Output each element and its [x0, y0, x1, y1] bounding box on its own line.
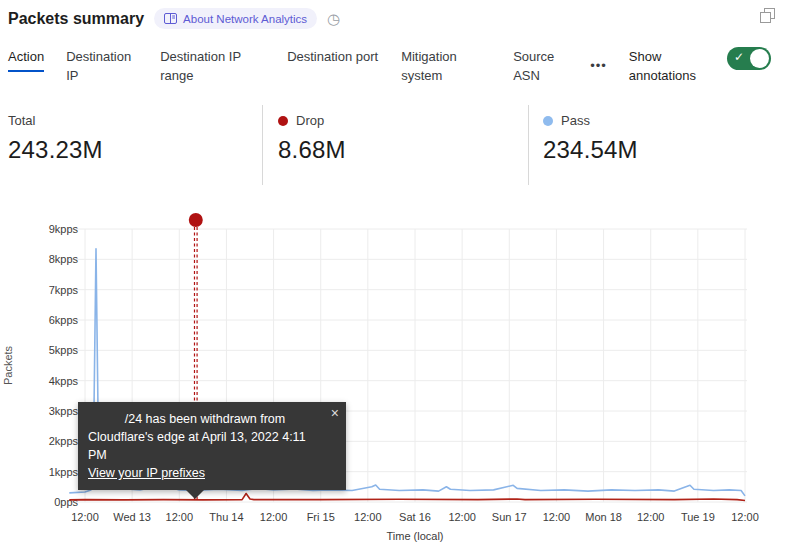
stat-pass: Pass 234.54M	[543, 113, 638, 164]
stat-pass-value: 234.54M	[543, 136, 638, 164]
svg-text:Wed 13: Wed 13	[113, 511, 151, 523]
tooltip-pointer	[186, 490, 204, 499]
tab-bar: Action Destination IP Destination IP ran…	[8, 47, 713, 85]
tab-action[interactable]: Action	[8, 47, 44, 72]
tooltip-line1: /24 has been withdrawn from	[88, 410, 322, 428]
tab-destination-ip-range[interactable]: Destination IP range	[160, 47, 265, 85]
svg-text:3kpps: 3kpps	[49, 405, 79, 417]
badge-label: About Network Analytics	[183, 13, 307, 25]
packets-summary-card: Packets summary About Network Analytics …	[0, 0, 785, 555]
svg-text:12:00: 12:00	[543, 511, 571, 523]
svg-text:0pps: 0pps	[54, 496, 78, 508]
tab-mitigation-system[interactable]: Mitigation system	[401, 47, 491, 85]
svg-text:Time (local): Time (local)	[386, 530, 443, 542]
svg-text:4kpps: 4kpps	[49, 375, 79, 387]
svg-text:6kpps: 6kpps	[49, 314, 79, 326]
show-annotations-toggle[interactable]: ✓	[727, 47, 771, 70]
tab-destination-port[interactable]: Destination port	[287, 47, 379, 66]
svg-text:Thu 14: Thu 14	[209, 511, 243, 523]
drop-legend-dot	[278, 116, 288, 126]
pass-legend-dot	[543, 116, 553, 126]
svg-text:12:00: 12:00	[260, 511, 288, 523]
tab-destination-ip[interactable]: Destination IP	[66, 47, 138, 85]
stat-drop-value: 8.68M	[278, 136, 346, 164]
page-title: Packets summary	[8, 10, 144, 28]
annotation-marker-dot[interactable]	[189, 213, 203, 227]
svg-text:1kpps: 1kpps	[49, 466, 79, 478]
book-icon	[164, 13, 177, 24]
svg-text:2kpps: 2kpps	[49, 435, 79, 447]
svg-text:12:00: 12:00	[448, 511, 476, 523]
view-ip-prefixes-link[interactable]: View your IP prefixes	[88, 466, 205, 480]
stat-pass-label: Pass	[561, 113, 590, 128]
svg-text:7kpps: 7kpps	[49, 284, 79, 296]
svg-text:Sun 17: Sun 17	[492, 511, 527, 523]
svg-text:5kpps: 5kpps	[49, 344, 79, 356]
svg-text:Sat 16: Sat 16	[399, 511, 431, 523]
header: Packets summary About Network Analytics …	[8, 8, 340, 29]
stat-drop: Drop 8.68M	[278, 113, 346, 164]
svg-text:12:00: 12:00	[166, 511, 194, 523]
check-icon: ✓	[734, 50, 744, 64]
close-icon[interactable]: ×	[331, 404, 339, 422]
svg-text:8kpps: 8kpps	[49, 253, 79, 265]
about-network-analytics-badge[interactable]: About Network Analytics	[154, 8, 317, 29]
tab-source-asn[interactable]: Source ASN	[513, 47, 568, 85]
toggle-knob	[750, 49, 769, 68]
svg-text:12:00: 12:00	[71, 511, 99, 523]
tooltip-line2: Cloudflare's edge at April 13, 2022 4:11…	[88, 428, 322, 464]
svg-text:12:00: 12:00	[637, 511, 665, 523]
show-annotations-label: Show annotations	[629, 47, 713, 85]
stat-total: Total 243.23M	[8, 113, 103, 164]
annotation-tooltip: /24 has been withdrawn from Cloudflare's…	[78, 402, 346, 490]
svg-text:Packets: Packets	[2, 345, 14, 385]
expand-icon[interactable]	[760, 8, 775, 27]
svg-text:Tue 19: Tue 19	[681, 511, 715, 523]
stat-total-label: Total	[8, 113, 35, 128]
stats-row: Total 243.23M Drop 8.68M Pass 234.54M	[0, 105, 785, 187]
svg-text:9kpps: 9kpps	[49, 223, 79, 235]
overflow-menu-icon[interactable]: •••	[590, 56, 607, 75]
svg-text:Mon 18: Mon 18	[585, 511, 622, 523]
history-clock-icon[interactable]: ◷	[327, 11, 340, 26]
svg-text:12:00: 12:00	[731, 511, 759, 523]
svg-text:Fri 15: Fri 15	[307, 511, 335, 523]
svg-text:12:00: 12:00	[354, 511, 382, 523]
stat-drop-label: Drop	[296, 113, 324, 128]
packets-time-series-chart: 0pps1kpps2kpps3kpps4kpps5kpps6kpps7kpps8…	[0, 210, 785, 555]
divider	[262, 105, 263, 185]
stat-total-value: 243.23M	[8, 136, 103, 164]
divider	[528, 105, 529, 185]
